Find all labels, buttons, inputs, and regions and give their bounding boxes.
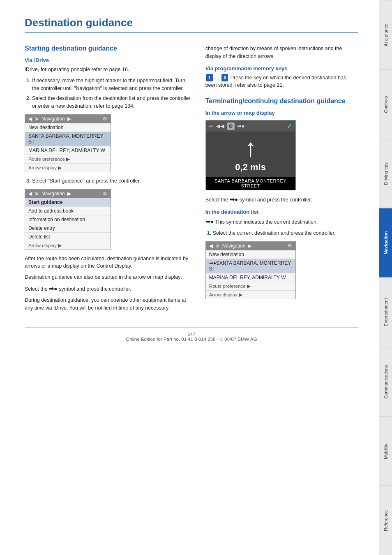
subsection-arrow-map: In the arrow or map display [205, 110, 358, 116]
footer-page-number: 147 [25, 332, 358, 337]
nav-box-2-item-3[interactable]: Delete entry [25, 224, 111, 233]
two-column-layout: Starting destination guidance Via iDrive… [25, 45, 358, 315]
dest-symbol-left: ➡● [49, 285, 57, 292]
select-symbol-right-suffix: symbol and press the controller. [240, 197, 312, 203]
nav2-settings-icon: ⚙ [103, 191, 107, 197]
during-guidance-para: During destination guidance, you can ope… [25, 296, 193, 312]
change-direction-para: change of direction by means of spoken i… [205, 45, 358, 60]
step-3: Select "Start guidance" and press the co… [32, 177, 193, 185]
main-content: Destination guidance Starting destinatio… [0, 0, 379, 555]
arrow-display-box: ↩ ◀◀ ⚙ ➡● ✓ ↑ 0,2 mls SANTA BARBARA MONT… [205, 120, 296, 190]
tab-controls[interactable]: Controls [379, 69, 392, 139]
footer: 147 Online Edition for Part no. 01 41 0 … [25, 327, 358, 342]
nav-box-1-item-4[interactable]: Arrow display ▶ [25, 164, 111, 172]
section-heading-starting: Starting destination guidance [25, 45, 193, 52]
select-symbol-prefix: Select the [25, 286, 48, 292]
step-1: If necessary, move the highlight marker … [32, 77, 193, 92]
tab-entertainment[interactable]: Entertainment [379, 278, 392, 347]
nav-box-3-header: ◀ ✕ Navigation ▶ ⚙ [206, 242, 295, 250]
nav3-icon-star: ✕ [215, 243, 220, 249]
footer-text: Online Edition for Part no. 01 41 0 014 … [25, 337, 358, 342]
tab-reference[interactable]: Reference [379, 486, 392, 555]
nav-box-1: ◀ ✕ Navigation ▶ ⚙ New destination SANTA… [25, 114, 111, 172]
nav-right-arrow-icon: ▶ [67, 116, 71, 122]
nav-box-1-item-1[interactable]: SANTA BARBARA, MONTERREY ST [25, 132, 111, 146]
dest-list-arrow-symbol: ➡● [205, 218, 214, 225]
page-title: Destination guidance [25, 16, 358, 33]
nav2-left-arrow-icon: ◀ [28, 191, 32, 197]
nav-box-1-item-0[interactable]: New destination [25, 123, 111, 132]
checkmark-icon: ✓ [287, 122, 292, 130]
section-heading-terminating: Terminating/continuing destination guida… [205, 97, 358, 105]
key-6-badge: 6 [221, 74, 228, 82]
arrow-display-body: ↑ 0,2 mls [206, 132, 295, 177]
nav-box-2-header: ◀ ✕ Navigation ▶ ⚙ [25, 190, 111, 198]
nav3-left-arrow-icon: ◀ [209, 243, 213, 249]
nav-box-1-title: Navigation [42, 116, 65, 122]
nav-icons-row: ↩ ◀◀ ⚙ ➡● ✓ [206, 120, 295, 132]
nav-left-arrow-icon: ◀ [28, 116, 32, 122]
nav-box-1-item-3[interactable]: Route preference ▶ [25, 155, 111, 164]
tab-communications[interactable]: Communications [379, 347, 392, 416]
volume-icon: ◀◀ [216, 123, 224, 129]
nav-box-1-header: ◀ ✕ Navigation ▶ ⚙ [25, 115, 111, 123]
after-route-para: After the route has been calculated, des… [25, 255, 193, 271]
side-tabs: At a glance Controls Driving tips Naviga… [379, 0, 392, 555]
dest-list-steps: Select the current destination and press… [205, 229, 358, 237]
dest-list-symbol-para: ➡● This symbol indicates the current des… [205, 217, 358, 226]
nav3-settings-icon: ⚙ [288, 243, 292, 249]
street-name-bar: SANTA BARBARA MONTERREY STREET [206, 177, 295, 190]
nav-box-3-item-3[interactable]: Route preference ▶ [206, 282, 295, 291]
key-1-badge: 1 [206, 74, 213, 82]
key-ellipsis: ... [215, 75, 219, 81]
select-symbol-para: Select the ➡● symbol and press the contr… [25, 284, 193, 293]
nav-box-3-item-2[interactable]: MARINA DEL REY, ADMIRALTY W [206, 273, 295, 282]
dest-symbol-right: ➡● [230, 196, 238, 203]
nav-box-2: ◀ ✕ Navigation ▶ ⚙ Start guidance Add to… [25, 189, 111, 250]
via-idrive-intro: iDrive, for operating principle refer to… [25, 66, 193, 74]
dest-list-symbol-text: This symbol indicates the current destin… [215, 219, 318, 225]
direction-arrow: ↑ [244, 136, 257, 160]
nav2-icon-star: ✕ [35, 191, 39, 197]
subsection-via-prog: Via programmable memory keys [205, 65, 358, 72]
nav-box-3-item-1[interactable]: ➡●SANTA BARBARA, MONTERREY ST [206, 259, 295, 273]
dest-list-step-1: Select the current destination and press… [213, 229, 358, 237]
arrow-dot-icon: ➡● [237, 123, 245, 129]
nav-icon-star: ✕ [35, 116, 39, 122]
subsection-dest-list: In the destination list [205, 209, 358, 215]
tab-driving-tips[interactable]: Driving tips [379, 139, 392, 208]
distance-text: 0,2 mls [235, 162, 266, 173]
step-2: Select the destination from the destinat… [32, 95, 193, 110]
tab-at-a-glance[interactable]: At a glance [379, 0, 392, 69]
via-prog-text: 1 ... 6 Press the key on which the desir… [205, 74, 358, 90]
also-started-para: Destination guidance can also be started… [25, 273, 193, 281]
subsection-via-idrive: Via iDrive [25, 57, 193, 63]
nav-box-2-item-2[interactable]: Information on destination [25, 215, 111, 224]
nav-box-1-item-2[interactable]: MARINA DEL REY, ADMIRALTY W [25, 146, 111, 155]
tab-mobility[interactable]: Mobility [379, 416, 392, 486]
nav-box-3: ◀ ✕ Navigation ▶ ⚙ New destination ➡●SAN… [205, 241, 296, 299]
return-icon: ↩ [209, 123, 214, 129]
nav-box-3-item-4[interactable]: Arrow display ▶ [206, 291, 295, 299]
nav-box-2-item-0[interactable]: Start guidance [25, 198, 111, 207]
nav-settings-icon: ⚙ [103, 116, 107, 122]
nav2-right-arrow-icon: ▶ [67, 191, 71, 197]
steps-list-2: Select "Start guidance" and press the co… [25, 177, 193, 185]
nav3-right-arrow-icon: ▶ [248, 243, 251, 249]
select-symbol-suffix: symbol and press the controller. [59, 286, 131, 292]
right-column: change of direction by means of spoken i… [205, 45, 358, 315]
nav-box-2-title: Navigation [42, 191, 65, 197]
nav-box-2-item-5[interactable]: Arrow display ▶ [25, 241, 111, 250]
select-symbol-right-para: Select the ➡● symbol and press the contr… [205, 195, 358, 204]
nav-active-icon: ⚙ [227, 123, 235, 130]
steps-list: If necessary, move the highlight marker … [25, 77, 193, 110]
nav-box-3-item-0[interactable]: New destination [206, 250, 295, 259]
left-column: Starting destination guidance Via iDrive… [25, 45, 193, 315]
nav-box-3-title: Navigation [222, 243, 246, 249]
nav-box-2-item-4[interactable]: Delete list [25, 233, 111, 241]
nav-box-2-item-1[interactable]: Add to address book [25, 207, 111, 215]
select-symbol-right-prefix: Select the [205, 197, 228, 203]
tab-navigation[interactable]: Navigation [379, 208, 392, 278]
